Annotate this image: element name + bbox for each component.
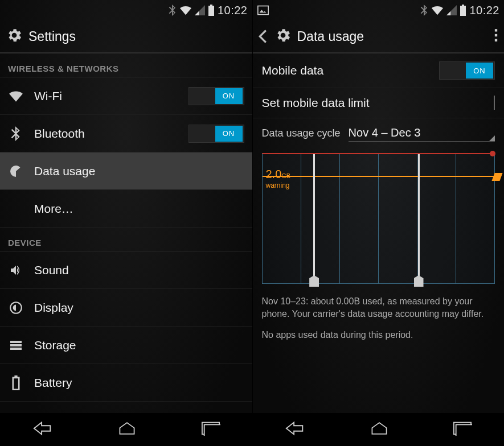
wifi-icon bbox=[431, 5, 444, 15]
svg-rect-2 bbox=[257, 6, 268, 15]
mobile-data-toggle[interactable]: ON bbox=[439, 61, 495, 80]
battery-icon bbox=[8, 375, 24, 390]
row-storage[interactable]: Storage bbox=[0, 327, 252, 364]
row-label: Data usage bbox=[34, 164, 95, 178]
cycle-dropdown[interactable]: Nov 4 – Dec 3 bbox=[349, 126, 495, 142]
battery-icon bbox=[460, 5, 466, 16]
chart-area: 2.0GB warning bbox=[262, 153, 495, 284]
settings-gear-icon bbox=[6, 27, 23, 46]
page-title: Data usage bbox=[297, 29, 364, 44]
warning-text: warning bbox=[266, 181, 290, 189]
limit-handle-icon[interactable] bbox=[490, 151, 495, 156]
action-bar: Data usage bbox=[253, 20, 505, 53]
nav-bar bbox=[253, 413, 505, 446]
home-button[interactable] bbox=[117, 420, 137, 439]
row-label: Sound bbox=[34, 263, 69, 277]
row-label: Set mobile data limit bbox=[262, 96, 370, 110]
status-bar: 10:22 bbox=[253, 0, 505, 20]
page-title: Settings bbox=[28, 29, 76, 44]
settings-gear-icon[interactable] bbox=[274, 27, 292, 46]
svg-rect-3 bbox=[495, 29, 497, 31]
row-label: Display bbox=[34, 301, 73, 315]
bluetooth-toggle[interactable]: ON bbox=[189, 125, 244, 143]
clock: 10:22 bbox=[469, 4, 499, 17]
signal-icon bbox=[195, 5, 205, 15]
data-usage-icon bbox=[8, 164, 24, 178]
storage-icon bbox=[8, 339, 24, 352]
cycle-value: Nov 4 – Dec 3 bbox=[349, 126, 421, 139]
overflow-menu-icon[interactable] bbox=[494, 28, 498, 45]
usage-chart[interactable]: 2.0GB warning bbox=[253, 144, 505, 290]
section-header-device: DEVICE bbox=[0, 228, 252, 251]
row-set-limit[interactable]: Set mobile data limit bbox=[253, 88, 505, 118]
svg-rect-4 bbox=[495, 34, 497, 36]
recent-button[interactable] bbox=[453, 421, 472, 438]
svg-rect-5 bbox=[495, 39, 497, 42]
warning-line bbox=[263, 176, 497, 177]
usage-summary-1: Nov 10–23: about 0.00B used, as measured… bbox=[253, 290, 505, 322]
toggle-on-label: ON bbox=[215, 126, 243, 142]
row-cycle[interactable]: Data usage cycle Nov 4 – Dec 3 bbox=[253, 118, 505, 144]
row-more[interactable]: More… bbox=[0, 190, 252, 228]
section-header-wireless: WIRELESS & NETWORKS bbox=[0, 53, 252, 77]
set-limit-checkbox[interactable] bbox=[494, 96, 495, 110]
battery-icon bbox=[208, 5, 215, 16]
row-wifi[interactable]: Wi-Fi ON bbox=[0, 77, 252, 115]
wifi-icon bbox=[179, 5, 192, 15]
row-label: Bluetooth bbox=[34, 127, 85, 141]
wifi-toggle[interactable]: ON bbox=[189, 87, 244, 105]
row-label: Storage bbox=[34, 338, 76, 352]
usage-summary-2: No apps used data during this period. bbox=[253, 322, 505, 344]
row-display[interactable]: Display bbox=[0, 289, 252, 327]
warning-handle-icon[interactable] bbox=[491, 173, 502, 181]
action-bar: Settings bbox=[0, 20, 252, 53]
bluetooth-icon bbox=[169, 5, 177, 16]
toggle-on-label: ON bbox=[215, 88, 243, 104]
sound-icon bbox=[8, 263, 24, 277]
svg-rect-7 bbox=[456, 424, 472, 436]
back-caret-icon[interactable] bbox=[259, 27, 269, 46]
row-sound[interactable]: Sound bbox=[0, 251, 252, 289]
recent-button[interactable] bbox=[201, 421, 220, 438]
range-end-handle[interactable] bbox=[418, 154, 420, 286]
bluetooth-icon bbox=[420, 5, 428, 16]
display-icon bbox=[8, 300, 24, 315]
status-bar: 10:22 bbox=[0, 0, 252, 20]
svg-rect-1 bbox=[204, 424, 220, 436]
row-data-usage[interactable]: Data usage bbox=[0, 152, 252, 190]
row-bluetooth[interactable]: Bluetooth ON bbox=[0, 115, 252, 152]
range-start-handle[interactable] bbox=[313, 154, 315, 286]
data-usage-screen: 10:22 Data usage Mobile data ON Set mobi… bbox=[252, 0, 505, 446]
clock: 10:22 bbox=[218, 4, 248, 17]
row-label: Wi-Fi bbox=[34, 89, 62, 103]
wifi-icon bbox=[8, 90, 24, 102]
nav-bar bbox=[0, 413, 252, 446]
toggle-on-label: ON bbox=[466, 63, 493, 79]
row-battery[interactable]: Battery bbox=[0, 364, 252, 402]
row-label: Battery bbox=[34, 376, 72, 390]
row-label: More… bbox=[34, 202, 73, 216]
back-button[interactable] bbox=[32, 420, 54, 439]
home-button[interactable] bbox=[369, 420, 390, 439]
image-notification-icon bbox=[257, 5, 269, 15]
cycle-label: Data usage cycle bbox=[262, 127, 341, 139]
row-mobile-data[interactable]: Mobile data ON bbox=[253, 53, 505, 88]
signal-icon bbox=[446, 5, 457, 15]
back-button[interactable] bbox=[284, 420, 306, 439]
warning-value: 2.0GB bbox=[266, 168, 291, 181]
row-label: Mobile data bbox=[262, 64, 324, 77]
bluetooth-icon bbox=[8, 126, 24, 141]
settings-screen: 10:22 Settings WIRELESS & NETWORKS Wi-Fi… bbox=[0, 0, 252, 446]
